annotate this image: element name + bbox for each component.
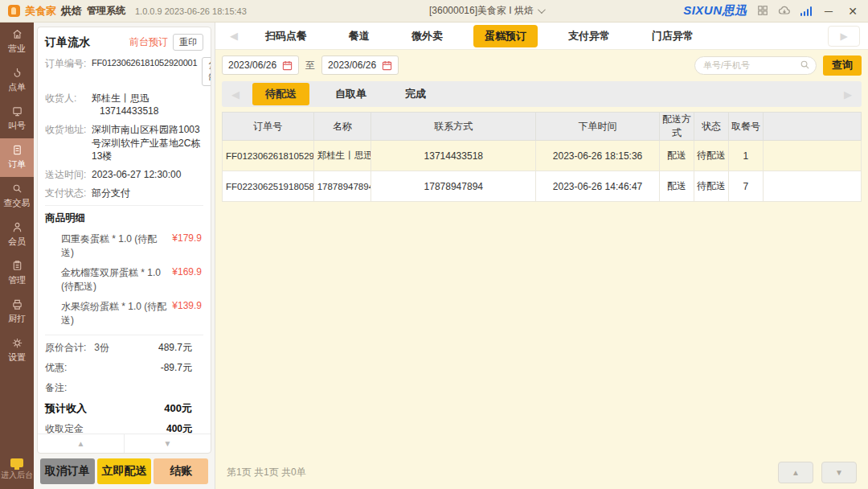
pay-status-label: 支付状态: (45, 187, 92, 199)
order-no-value: FF01230626181052920001 (92, 57, 197, 86)
orders-table: 订单号 名称 联系方式 下单时间 配送方式 状态 取餐号 FF01230626 (222, 112, 862, 202)
search-transactions-icon (11, 183, 23, 195)
date-to-value: 2023/06/26 (328, 60, 376, 71)
col-contact: 联系方式 (371, 113, 536, 141)
item-price: ¥139.9 (172, 300, 202, 327)
page-up-button[interactable]: ▲ (778, 462, 813, 483)
date-from-input[interactable]: 2023/06/26 (222, 55, 299, 75)
cell-extra (764, 141, 862, 171)
col-order-no: 订单号 (223, 113, 314, 141)
apps-grid-icon[interactable] (757, 5, 768, 18)
item-name: 金枕榴莲双屏蛋糕 * 1.0 (待配送) (61, 266, 167, 294)
sidebar-item-label: 叫号 (8, 120, 26, 132)
title-bar: 美食家 烘焙 管理系统 1.0.0.9 2023-06-26 18:15:43 … (0, 0, 868, 23)
sidebar-item-order-entry[interactable]: 点单 (0, 61, 34, 100)
table-row[interactable]: FF01230626181052920001 郑桂生丨思迅 1371443351… (223, 141, 862, 171)
order-item: 四重奏蛋糕 * 1.0 (待配送) ¥179.9 (45, 231, 203, 261)
pagination-bar: 第1页 共1页 共0单 ▲ ▼ (215, 455, 868, 489)
sidebar-item-backoffice[interactable]: 进入后台 (0, 452, 34, 489)
tab-cake-reservation[interactable]: 蛋糕预订 (473, 25, 538, 47)
sidebar-item-settings[interactable]: 设置 (0, 331, 34, 370)
sidebar-item-transactions[interactable]: 查交易 (0, 177, 34, 216)
sidebar-item-call-number[interactable]: 叫号 (0, 100, 34, 138)
cloud-sync-icon[interactable] (778, 5, 791, 18)
tabs-scroll-left-icon[interactable]: ◀ (223, 30, 244, 42)
main-content: ◀ 扫码点餐 餐道 微外卖 蛋糕预订 支付异常 门店异常 ▶ 2023/06/2… (215, 23, 868, 489)
backoffice-monitor-icon (10, 458, 23, 467)
scroll-down-button[interactable]: ▼ (124, 434, 211, 453)
expected-income-label: 预计收入 (45, 401, 87, 416)
gear-icon (11, 337, 23, 349)
col-name: 名称 (313, 113, 371, 141)
address-label: 收货地址: (45, 123, 92, 162)
tab-store-exception[interactable]: 门店异常 (641, 25, 705, 47)
table-header-row: 订单号 名称 联系方式 下单时间 配送方式 状态 取餐号 (223, 113, 862, 141)
order-detail-body: 订单流水 前台预订 重印 订单编号: FF0123062618105292000… (38, 27, 211, 434)
sidebar-item-kitchen-print[interactable]: 厨打 (0, 293, 34, 331)
tab-scan-order[interactable]: 扫码点餐 (254, 25, 318, 47)
cell-pickup-no: 1 (728, 141, 764, 171)
network-signal-icon (800, 6, 813, 16)
search-input[interactable] (694, 56, 817, 75)
channel-tab-bar: ◀ 扫码点餐 餐道 微外卖 蛋糕预订 支付异常 门店异常 ▶ (215, 23, 868, 50)
receiver-label: 收货人: (45, 92, 92, 117)
store-selector[interactable]: [36000016]美食家 I 烘焙 (297, 4, 675, 18)
item-price: ¥169.9 (172, 266, 202, 294)
original-total-qty: 3份 (94, 341, 109, 355)
item-price: ¥179.9 (172, 232, 202, 260)
backoffice-label: 进入后台 (1, 470, 33, 481)
date-from-value: 2023/06/26 (228, 60, 276, 71)
close-button[interactable]: ✕ (845, 5, 860, 18)
search-icon (800, 60, 810, 70)
tab-payment-exception[interactable]: 支付异常 (557, 25, 621, 47)
deliver-now-button[interactable]: 立即配送 (97, 458, 152, 484)
cell-extra (764, 171, 862, 202)
sidebar-item-business[interactable]: 营业 (0, 23, 34, 61)
cell-status: 待配送 (694, 141, 728, 171)
subtab-pending-delivery[interactable]: 待配送 (252, 83, 309, 105)
tabs-scroll-right-button[interactable]: ▶ (828, 26, 860, 47)
tab-candao[interactable]: 餐道 (338, 25, 381, 47)
calendar-icon (382, 60, 392, 71)
sidebar-item-orders[interactable]: 订单 (0, 138, 34, 177)
deposit-value: 400元 (166, 422, 203, 434)
deposit-label: 收取定金 (45, 422, 84, 434)
app-name: 烘焙 (61, 4, 82, 18)
checkout-button[interactable]: 结账 (154, 458, 208, 484)
tab-micro-takeout[interactable]: 微外卖 (400, 25, 454, 47)
subtabs-scroll-left-icon[interactable]: ◀ (225, 88, 246, 101)
receiver-name: 郑桂生丨思迅 (92, 92, 149, 104)
subtabs-scroll-right-icon[interactable]: ▶ (837, 88, 858, 101)
app-window: 美食家 烘焙 管理系统 1.0.0.9 2023-06-26 18:15:43 … (0, 0, 868, 489)
date-to-input[interactable]: 2023/06/26 (321, 55, 399, 75)
delivery-time-value: 2023-06-27 12:30:00 (92, 168, 203, 181)
col-order-time: 下单时间 (536, 113, 659, 141)
reprint-button[interactable]: 重印 (173, 34, 203, 51)
query-button[interactable]: 查询 (823, 55, 862, 76)
cell-order-no: FF02230625191805820008 (223, 171, 314, 202)
scroll-up-button[interactable]: ▲ (38, 434, 124, 453)
printer-icon (11, 298, 23, 310)
subtab-completed[interactable]: 完成 (392, 83, 439, 105)
address-value: 深圳市南山区科园路1003号深圳软件产业基地2C栋13楼 (92, 123, 203, 162)
subtab-self-pickup[interactable]: 自取单 (322, 83, 379, 105)
page-down-button[interactable]: ▼ (821, 462, 857, 483)
panel-scroll-controls: ▲ ▼ (38, 434, 211, 453)
copy-button[interactable]: 复制 (202, 57, 211, 86)
discount-label: 优惠: (45, 361, 67, 375)
table-row[interactable]: FF02230625191805820008 17878947894 17878… (223, 171, 862, 202)
order-item: 水果缤纷蛋糕 * 1.0 (待配送) ¥139.9 (45, 298, 203, 329)
sidebar-item-label: 管理 (8, 274, 26, 286)
sidebar-item-label: 订单 (8, 158, 26, 171)
status-subtab-bar: ◀ 待配送 自取单 完成 ▶ (222, 81, 862, 107)
col-pickup-no: 取餐号 (728, 113, 764, 141)
minimize-button[interactable]: ─ (821, 5, 836, 18)
sidebar-item-management[interactable]: 管理 (0, 254, 34, 293)
item-name: 四重奏蛋糕 * 1.0 (待配送) (61, 232, 167, 260)
receiver-phone: 13714433518 (100, 105, 158, 117)
sidebar-item-members[interactable]: 会员 (0, 216, 34, 254)
original-total-value: 489.7元 (158, 341, 203, 355)
cancel-order-button[interactable]: 取消订单 (40, 458, 95, 484)
col-status: 状态 (694, 113, 728, 141)
cell-name: 郑桂生丨思迅 (313, 141, 371, 171)
